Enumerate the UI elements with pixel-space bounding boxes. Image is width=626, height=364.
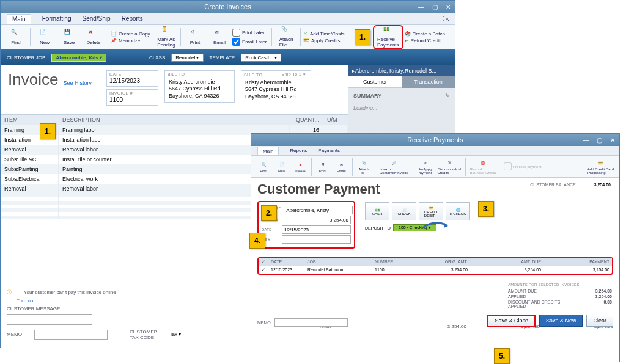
attach-icon: 📎	[281, 26, 291, 36]
email-button[interactable]: ✉Email	[333, 160, 350, 173]
check-button[interactable]: 🧾CHECK	[392, 202, 416, 220]
echeck-icon: 🌐	[456, 208, 460, 212]
email-icon: ✉	[337, 160, 345, 169]
new-button[interactable]: 📄New	[273, 160, 290, 173]
pay-save-new-button[interactable]: Save & New	[539, 315, 583, 327]
record-bounced-button[interactable]: ⛔Record Bounced Check	[468, 158, 498, 175]
attach-file-button[interactable]: 📎Attach File	[355, 158, 372, 175]
save-button[interactable]: 💾Save	[57, 26, 81, 48]
attach-file-button[interactable]: 📎Attach File	[274, 26, 298, 48]
create-copy-button[interactable]: 📑Create a Copy	[111, 31, 153, 37]
minimize-icon[interactable]: —	[581, 136, 590, 144]
received-from-input[interactable]	[284, 206, 353, 214]
swoosh-icon	[421, 219, 448, 230]
delete-button[interactable]: ✖Delete	[82, 26, 105, 48]
pending-icon: ⏳	[161, 26, 171, 36]
search-icon: 🔍	[259, 160, 268, 169]
apply-credits-button[interactable]: 💳Apply Credits	[303, 38, 352, 43]
add-card-button[interactable]: 💳Add Credit Card Processing	[586, 158, 616, 175]
callout-2: 2.	[261, 205, 277, 221]
edit-icon[interactable]: ✎	[445, 93, 450, 99]
cash-button[interactable]: 💵CASH	[365, 202, 389, 220]
ref-no-input[interactable]	[282, 235, 351, 244]
turn-on-link[interactable]: Turn on	[17, 298, 33, 304]
process-payment-checkbox[interactable]: Process payment	[504, 162, 541, 170]
find-button[interactable]: 🔍Find	[4, 26, 28, 48]
print-button[interactable]: 🖨Print	[183, 26, 207, 48]
credits-icon: 💳	[303, 38, 309, 43]
pay-titlebar[interactable]: Receive Payments — ▢ ✕	[251, 134, 619, 146]
email-button[interactable]: ✉Email	[208, 26, 231, 48]
tab-reports[interactable]: Reports	[122, 15, 143, 22]
ship-to-select[interactable]: Ship To 1 ▾	[279, 72, 308, 77]
class-select[interactable]: Remodel ▾	[171, 54, 203, 62]
echeck-button[interactable]: 🌐e-CHECK	[446, 202, 470, 220]
invoice-window-title: Create Invoices	[204, 3, 251, 10]
close-icon[interactable]: ✕	[444, 3, 452, 10]
customer-job-label: CUSTOMER:JOB	[7, 55, 45, 60]
pay-window-title: Receive Payments	[407, 136, 463, 144]
lookup-button[interactable]: 🔎Look up Customer/Invoice	[378, 158, 410, 175]
tab-main[interactable]: Main	[257, 147, 279, 155]
discount-icon: ％	[445, 158, 454, 167]
print-later-checkbox[interactable]: Print Later	[232, 29, 269, 37]
invoice-no-field[interactable]: INVOICE # 1100	[106, 89, 158, 106]
batch-icon: 📚	[405, 31, 411, 37]
card-icon: 💳	[596, 158, 605, 167]
add-time-costs-button[interactable]: ⏲Add Time/Costs	[303, 31, 352, 37]
close-icon[interactable]: ✕	[608, 136, 617, 144]
tab-transaction[interactable]: Transaction	[402, 76, 455, 88]
customer-job-select[interactable]: Abercrombie, Kris ▾	[51, 54, 106, 62]
create-batch-button[interactable]: 📚Create a Batch	[405, 31, 451, 37]
tab-customer[interactable]: Customer	[348, 76, 402, 88]
receive-payments-window: Receive Payments — ▢ ✕ Main Reports Paym…	[251, 133, 620, 362]
customer-message-input[interactable]	[7, 314, 92, 325]
find-button[interactable]: 🔍Find	[255, 160, 272, 173]
mark-pending-button[interactable]: ⏳Mark As Pending	[155, 26, 178, 48]
maximize-icon[interactable]: ▢	[595, 136, 603, 144]
see-history-link[interactable]: See History	[63, 80, 92, 106]
online-pay-msg: Your customer can't pay this invoice onl…	[24, 289, 116, 295]
memo-input[interactable]	[34, 330, 108, 340]
email-later-checkbox[interactable]: Email Later	[232, 38, 269, 46]
col-due: AMT. DUE	[470, 258, 543, 266]
ship-to-box[interactable]: SHIP TO Ship To 1 ▾ Kristy Abercrombie 5…	[241, 70, 311, 103]
unapply-button[interactable]: ↺Un-Apply Payment	[416, 158, 435, 175]
pay-toolbar: 🔍Find 📄New ✖Delete 🖨Print ✉Email 📎Attach…	[251, 156, 619, 178]
customer-crumb[interactable]: ▸ Abercrombie, Kristy:Remodel B...	[348, 65, 455, 76]
amount-input[interactable]	[282, 216, 351, 224]
refund-credit-button[interactable]: ↩Refund/Credit	[405, 38, 451, 43]
expand-icon[interactable]: ⛶ ∧	[438, 15, 449, 22]
tab-formatting[interactable]: Formatting	[42, 15, 72, 22]
new-button[interactable]: 📄New	[33, 26, 56, 48]
row-check[interactable]: ✓	[259, 266, 268, 274]
delete-button[interactable]: ✖Delete	[292, 160, 309, 173]
maximize-icon[interactable]: ▢	[430, 3, 439, 10]
pay-clear-button[interactable]: Clear	[586, 315, 613, 327]
print-button[interactable]: 🖨Print	[314, 160, 331, 173]
template-select[interactable]: Rock Castl... ▾	[241, 54, 281, 62]
minimize-icon[interactable]: —	[417, 3, 425, 10]
print-icon: 🖨	[190, 29, 200, 39]
tab-send-ship[interactable]: Send/Ship	[82, 15, 110, 22]
pay-memo-input[interactable]	[274, 318, 348, 327]
tab-payments[interactable]: Payments	[318, 148, 340, 153]
memorize-button[interactable]: 📌Memorize	[111, 38, 153, 43]
date-field[interactable]: DATE 12/15/2023	[106, 70, 158, 87]
cust-tax-code-select[interactable]: Tax ▾	[170, 332, 182, 337]
credit-icon: 💳	[429, 206, 433, 210]
bill-to-box[interactable]: BILL TO Kristy Abercrombie 5647 Cypress …	[164, 70, 235, 103]
copy-icon: 📑	[111, 31, 117, 37]
tab-main[interactable]: Main	[7, 14, 31, 24]
credit-button[interactable]: 💳CREDIT DEBIT	[419, 202, 443, 220]
payment-grid-row[interactable]: ✓ 12/15/2023 Remodel Bathroom 1100 3,254…	[259, 266, 612, 274]
receive-payments-button[interactable]: 💵Receive Payments	[375, 26, 401, 48]
pay-save-close-button[interactable]: Save & Close	[487, 315, 536, 327]
invoice-titlebar[interactable]: Create Invoices — ▢ ✕	[1, 1, 455, 13]
delete-icon: ✖	[296, 160, 304, 169]
date-input[interactable]	[282, 225, 351, 234]
discounts-button[interactable]: ％Discounts And Credits	[435, 158, 462, 175]
attach-icon: 📎	[359, 158, 368, 167]
tab-reports[interactable]: Reports	[290, 148, 307, 153]
cust-balance-label: CUSTOMER BALANCE	[530, 183, 576, 187]
